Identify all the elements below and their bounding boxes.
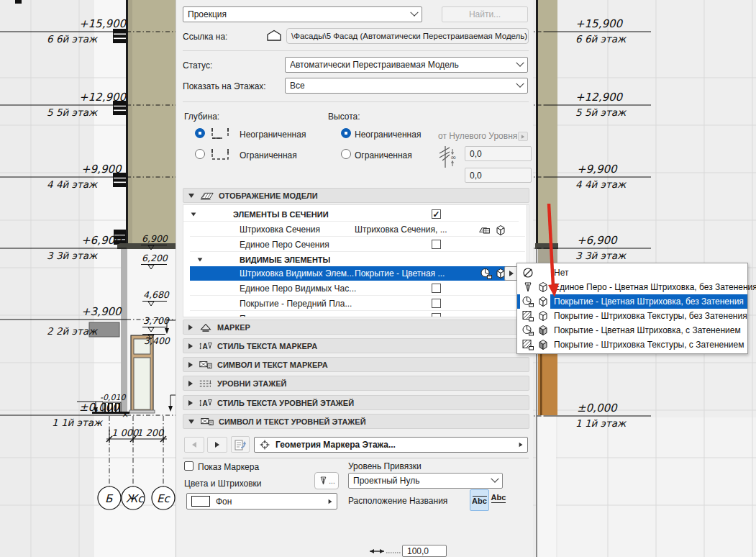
- expanded-arrow-icon: [191, 212, 196, 216]
- status-combo[interactable]: Автоматически Перестраиваемая Модель: [285, 57, 528, 73]
- crosshair-icon: [259, 439, 270, 450]
- menu-item-surface-texture-shadow[interactable]: Покрытие - Штриховка Текстуры, с Затенен…: [517, 338, 747, 352]
- section-marker-text-style[interactable]: СТИЛЬ ТЕКСТА МАРКЕРА: [183, 338, 529, 353]
- model-display-icon: [200, 190, 214, 201]
- height-limited-radio[interactable]: [341, 149, 351, 159]
- visible-fill-row-selected[interactable]: Штриховка Видимых Элем... Покрытие - Цве…: [190, 266, 511, 281]
- cut-elements-checkbox[interactable]: ✓: [432, 209, 441, 219]
- colors-hatching-label: Цвета и Штриховки: [184, 479, 262, 489]
- next-page-button[interactable]: [207, 437, 227, 453]
- depth-limited-radio[interactable]: [195, 149, 205, 159]
- svg-text:+12,900: +12,900: [79, 91, 127, 104]
- svg-text:1 000: 1 000: [111, 427, 140, 438]
- pen-icon: [318, 475, 329, 486]
- height-label: Высота:: [328, 112, 360, 122]
- visible-uniform-pen-checkbox[interactable]: [432, 284, 441, 293]
- name-above-line-button[interactable]: Abc: [489, 489, 508, 509]
- elevation-settings-dialog: Проекция Найти... Ссылка на: \Фасады\5 Ф…: [176, 0, 533, 557]
- section-marker[interactable]: МАРКЕР: [183, 320, 529, 335]
- pen-color-button[interactable]: ...: [314, 472, 339, 489]
- foreground-surface-checkbox[interactable]: [432, 299, 441, 308]
- visible-uniform-pen-row[interactable]: Единое Перо Видимых Час...: [190, 281, 525, 296]
- show-marker-checkbox[interactable]: [184, 461, 193, 471]
- axis-bubble: Б: [105, 492, 114, 505]
- from-zero-flyout-button[interactable]: [518, 132, 528, 141]
- svg-text:+9,900: +9,900: [81, 163, 122, 176]
- section-marker-symbol-text[interactable]: СИМВОЛ И ТЕКСТ МАРКЕРА: [183, 357, 529, 372]
- svg-text:6,900: 6,900: [142, 233, 168, 244]
- cut-fill-row[interactable]: Штриховка Сечения Штриховка Сечения, ...: [190, 222, 525, 237]
- cut-uniform-pen-row[interactable]: Единое Перо Сечения: [190, 237, 525, 252]
- name-below-line-button[interactable]: Abc: [470, 489, 489, 511]
- anchor-level-label: Уровень Привязки: [348, 461, 422, 471]
- height-unlimited-radio[interactable]: [341, 128, 351, 138]
- view-type-combo[interactable]: Проекция: [183, 6, 422, 22]
- depth-unlimited-radio[interactable]: [195, 128, 205, 138]
- transfer-settings-button[interactable]: [231, 436, 250, 453]
- visible-elements-header[interactable]: ВИДИМЫЕ ЭЛЕМЕНТЫ: [190, 253, 525, 267]
- prev-page-button[interactable]: [184, 437, 204, 453]
- marker-size-field[interactable]: 100,0: [402, 545, 447, 557]
- offset-bottom-field[interactable]: 0,0: [465, 168, 532, 183]
- svg-text:+6,900: +6,900: [81, 234, 122, 247]
- svg-text:6 6й этаж: 6 6й этаж: [47, 33, 99, 45]
- depth-label: Глубина:: [184, 112, 219, 122]
- svg-text:×: ×: [122, 409, 129, 420]
- offset-top-field[interactable]: 0,0: [465, 146, 532, 161]
- marker-geometry-value: Геометрия Маркера Этажа...: [275, 440, 519, 450]
- pie-brush-icon: [480, 267, 493, 280]
- section-story-text-style[interactable]: СТИЛЬ ТЕКСТА УРОВНЕЙ ЭТАЖЕЙ: [183, 395, 529, 410]
- cut-elements-header[interactable]: ЭЛЕМЕНТЫ В СЕЧЕНИИ: [183, 207, 519, 222]
- link-value: \Фасады\5 Фасад (Автоматически Перестраи…: [291, 32, 527, 40]
- name-position-label: Расположение Названия: [348, 496, 447, 506]
- svg-text:+15,900: +15,900: [575, 17, 624, 30]
- menu-item-none[interactable]: Нет: [517, 266, 747, 280]
- cube-shaded-icon: [537, 338, 550, 351]
- cube-shaded-icon: [537, 324, 550, 337]
- collapsed-arrow-icon: [188, 362, 193, 368]
- line-glyph: [491, 502, 506, 503]
- section-model-display[interactable]: ОТОБРАЖЕНИЕ МОДЕЛИ: [183, 188, 529, 203]
- svg-text:+3,900: +3,900: [81, 305, 122, 318]
- svg-text:3,700: 3,700: [143, 315, 170, 326]
- svg-text:4,680: 4,680: [143, 289, 170, 300]
- menu-item-surface-texture-no-shadow[interactable]: Покрытие - Штриховка Текстуры, без Затен…: [517, 309, 747, 323]
- show-on-stories-value: Все: [290, 81, 513, 91]
- expanded-arrow-icon: [188, 194, 194, 198]
- transparency-row[interactable]: Прозрачность: [190, 312, 525, 317]
- status-value: Автоматически Перестраиваемая Модель: [290, 60, 513, 70]
- foreground-surface-row[interactable]: Покрытие - Передний Пла...: [190, 296, 525, 311]
- svg-text:3,400: 3,400: [144, 335, 170, 346]
- fill-swatch: [191, 496, 210, 507]
- svg-text:+9,900: +9,900: [577, 163, 618, 176]
- none-icon: [521, 266, 535, 279]
- collapsed-arrow-icon: [188, 325, 193, 330]
- pen-icon: [521, 281, 535, 294]
- anchor-level-combo[interactable]: Проектный Нуль: [348, 473, 503, 489]
- transparency-checkbox[interactable]: [432, 313, 441, 317]
- app-screen: -0,010 × 6,900 6,200 4,680 3,700 3,400: [0, 0, 756, 557]
- layered-fill-icon: [478, 224, 491, 237]
- find-button[interactable]: Найти...: [442, 6, 528, 22]
- symbol-text-icon: [200, 416, 214, 427]
- svg-text:±0,000: ±0,000: [79, 401, 120, 414]
- cut-uniform-pen-checkbox[interactable]: [432, 240, 441, 249]
- svg-text:6 6й этаж: 6 6й этаж: [575, 33, 627, 45]
- section-story-levels[interactable]: УРОВНИ ЭТАЖЕЙ: [183, 376, 529, 391]
- menu-item-surface-color-shadow[interactable]: Покрытие - Цветная Штриховка, с Затенени…: [517, 323, 747, 338]
- show-on-stories-label: Показать на Этажах:: [183, 81, 266, 91]
- background-fill-combo[interactable]: Фон: [186, 493, 337, 510]
- depth-unlimited-icon: [209, 124, 235, 142]
- section-story-symbol-text[interactable]: СИМВОЛ И ТЕКСТ УРОВНЕЙ ЭТАЖЕЙ: [183, 414, 529, 429]
- svg-text:4 4й этаж: 4 4й этаж: [47, 178, 99, 190]
- menu-item-uniform-pen[interactable]: Единое Перо - Цветная Штриховка, без Зат…: [517, 280, 747, 294]
- from-zero-label: от Нулевого Уровня: [438, 131, 517, 141]
- collapsed-arrow-icon: [188, 400, 193, 406]
- depth-limited-icon: [209, 145, 235, 163]
- cube-outline-icon: [537, 309, 550, 322]
- back-arrow-icon: [192, 442, 196, 448]
- menu-item-surface-color-no-shadow[interactable]: Покрытие - Цветная Штриховка, без Затене…: [517, 294, 747, 309]
- link-value-field[interactable]: \Фасады\5 Фасад (Автоматически Перестраи…: [286, 28, 529, 44]
- marker-geometry-combo[interactable]: Геометрия Маркера Этажа...: [254, 437, 528, 453]
- show-on-stories-combo[interactable]: Все: [285, 78, 528, 94]
